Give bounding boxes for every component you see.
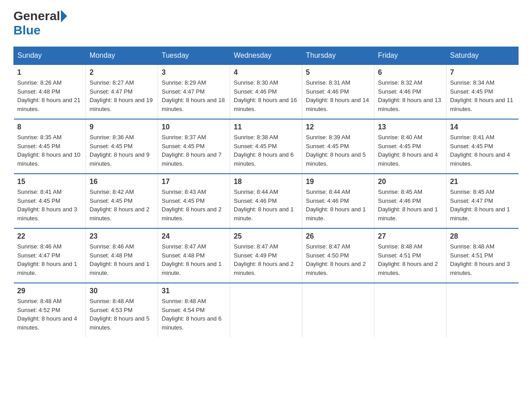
logo-triangle-icon (61, 10, 67, 22)
day-number: 30 (90, 287, 154, 295)
calendar-cell: 27 Sunrise: 8:48 AMSunset: 4:51 PMDaylig… (374, 228, 446, 283)
calendar-cell: 20 Sunrise: 8:45 AMSunset: 4:46 PMDaylig… (374, 174, 446, 228)
day-number: 6 (378, 68, 442, 77)
header-monday: Monday (86, 47, 158, 65)
day-info: Sunrise: 8:31 AMSunset: 4:46 PMDaylight:… (306, 78, 370, 113)
day-number: 15 (17, 178, 82, 186)
day-number: 1 (17, 68, 82, 77)
day-number: 23 (90, 232, 154, 240)
calendar-cell: 4 Sunrise: 8:30 AMSunset: 4:46 PMDayligh… (230, 64, 302, 119)
logo: General Blue (13, 9, 68, 38)
day-info: Sunrise: 8:47 AMSunset: 4:48 PMDaylight:… (162, 242, 226, 277)
day-info: Sunrise: 8:35 AMSunset: 4:45 PMDaylight:… (17, 133, 82, 168)
calendar-cell: 1 Sunrise: 8:26 AMSunset: 4:48 PMDayligh… (14, 64, 86, 119)
day-number: 14 (450, 123, 515, 131)
day-info: Sunrise: 8:29 AMSunset: 4:47 PMDaylight:… (162, 78, 226, 113)
calendar-cell: 17 Sunrise: 8:43 AMSunset: 4:45 PMDaylig… (158, 174, 230, 228)
day-info: Sunrise: 8:48 AMSunset: 4:53 PMDaylight:… (90, 297, 154, 332)
calendar-cell: 26 Sunrise: 8:47 AMSunset: 4:50 PMDaylig… (302, 228, 374, 283)
day-number: 28 (450, 232, 515, 240)
calendar-cell: 9 Sunrise: 8:36 AMSunset: 4:45 PMDayligh… (86, 119, 158, 174)
calendar-cell: 28 Sunrise: 8:48 AMSunset: 4:51 PMDaylig… (446, 228, 519, 283)
day-number: 24 (162, 232, 226, 240)
day-info: Sunrise: 8:46 AMSunset: 4:47 PMDaylight:… (17, 242, 82, 277)
calendar-cell: 31 Sunrise: 8:48 AMSunset: 4:54 PMDaylig… (158, 283, 230, 337)
calendar-cell: 23 Sunrise: 8:46 AMSunset: 4:48 PMDaylig… (86, 228, 158, 283)
day-info: Sunrise: 8:48 AMSunset: 4:52 PMDaylight:… (17, 297, 82, 332)
calendar-week-row: 1 Sunrise: 8:26 AMSunset: 4:48 PMDayligh… (14, 64, 519, 119)
calendar-week-row: 15 Sunrise: 8:41 AMSunset: 4:45 PMDaylig… (14, 174, 519, 228)
day-info: Sunrise: 8:46 AMSunset: 4:48 PMDaylight:… (90, 242, 154, 277)
calendar-cell: 19 Sunrise: 8:44 AMSunset: 4:46 PMDaylig… (302, 174, 374, 228)
day-info: Sunrise: 8:44 AMSunset: 4:46 PMDaylight:… (234, 188, 298, 223)
day-number: 20 (378, 178, 442, 186)
calendar-cell: 15 Sunrise: 8:41 AMSunset: 4:45 PMDaylig… (14, 174, 86, 228)
calendar-week-row: 8 Sunrise: 8:35 AMSunset: 4:45 PMDayligh… (14, 119, 519, 174)
day-number: 27 (378, 232, 442, 240)
calendar-cell: 6 Sunrise: 8:32 AMSunset: 4:46 PMDayligh… (374, 64, 446, 119)
day-info: Sunrise: 8:48 AMSunset: 4:51 PMDaylight:… (450, 242, 515, 277)
header-thursday: Thursday (302, 47, 374, 65)
calendar-cell: 18 Sunrise: 8:44 AMSunset: 4:46 PMDaylig… (230, 174, 302, 228)
day-number: 3 (162, 68, 226, 77)
calendar-cell: 29 Sunrise: 8:48 AMSunset: 4:52 PMDaylig… (14, 283, 86, 337)
header-saturday: Saturday (446, 47, 519, 65)
day-info: Sunrise: 8:27 AMSunset: 4:47 PMDaylight:… (90, 78, 154, 113)
day-number: 19 (306, 178, 370, 186)
header-sunday: Sunday (14, 47, 86, 65)
day-info: Sunrise: 8:41 AMSunset: 4:45 PMDaylight:… (17, 188, 82, 223)
page-header: General Blue (13, 9, 519, 38)
calendar-cell: 14 Sunrise: 8:41 AMSunset: 4:45 PMDaylig… (446, 119, 519, 174)
calendar-cell: 21 Sunrise: 8:45 AMSunset: 4:47 PMDaylig… (446, 174, 519, 228)
calendar-cell: 12 Sunrise: 8:39 AMSunset: 4:45 PMDaylig… (302, 119, 374, 174)
calendar-cell: 5 Sunrise: 8:31 AMSunset: 4:46 PMDayligh… (302, 64, 374, 119)
calendar-cell: 24 Sunrise: 8:47 AMSunset: 4:48 PMDaylig… (158, 228, 230, 283)
day-info: Sunrise: 8:44 AMSunset: 4:46 PMDaylight:… (306, 188, 370, 223)
day-number: 16 (90, 178, 154, 186)
calendar-cell (230, 283, 302, 337)
header-wednesday: Wednesday (230, 47, 302, 65)
day-number: 25 (234, 232, 298, 240)
logo-general-text: General (13, 9, 60, 23)
calendar-cell: 13 Sunrise: 8:40 AMSunset: 4:45 PMDaylig… (374, 119, 446, 174)
calendar-cell: 25 Sunrise: 8:47 AMSunset: 4:49 PMDaylig… (230, 228, 302, 283)
day-info: Sunrise: 8:36 AMSunset: 4:45 PMDaylight:… (90, 133, 154, 168)
calendar-cell: 30 Sunrise: 8:48 AMSunset: 4:53 PMDaylig… (86, 283, 158, 337)
calendar-cell: 10 Sunrise: 8:37 AMSunset: 4:45 PMDaylig… (158, 119, 230, 174)
calendar-cell (302, 283, 374, 337)
day-info: Sunrise: 8:47 AMSunset: 4:50 PMDaylight:… (306, 242, 370, 277)
day-info: Sunrise: 8:42 AMSunset: 4:45 PMDaylight:… (90, 188, 154, 223)
day-info: Sunrise: 8:47 AMSunset: 4:49 PMDaylight:… (234, 242, 298, 277)
day-info: Sunrise: 8:43 AMSunset: 4:45 PMDaylight:… (162, 188, 226, 223)
day-info: Sunrise: 8:45 AMSunset: 4:47 PMDaylight:… (450, 188, 515, 223)
header-tuesday: Tuesday (158, 47, 230, 65)
calendar-week-row: 22 Sunrise: 8:46 AMSunset: 4:47 PMDaylig… (14, 228, 519, 283)
day-info: Sunrise: 8:48 AMSunset: 4:54 PMDaylight:… (162, 297, 226, 332)
day-number: 18 (234, 178, 298, 186)
day-number: 11 (234, 123, 298, 131)
day-info: Sunrise: 8:48 AMSunset: 4:51 PMDaylight:… (378, 242, 442, 277)
calendar-cell (446, 283, 519, 337)
day-number: 17 (162, 178, 226, 186)
day-info: Sunrise: 8:26 AMSunset: 4:48 PMDaylight:… (17, 78, 82, 113)
calendar-cell: 8 Sunrise: 8:35 AMSunset: 4:45 PMDayligh… (14, 119, 86, 174)
day-number: 31 (162, 287, 226, 295)
day-number: 9 (90, 123, 154, 131)
day-info: Sunrise: 8:30 AMSunset: 4:46 PMDaylight:… (234, 78, 298, 113)
calendar-cell: 2 Sunrise: 8:27 AMSunset: 4:47 PMDayligh… (86, 64, 158, 119)
day-number: 22 (17, 232, 82, 240)
day-number: 5 (306, 68, 370, 77)
day-number: 10 (162, 123, 226, 131)
calendar-cell: 3 Sunrise: 8:29 AMSunset: 4:47 PMDayligh… (158, 64, 230, 119)
day-info: Sunrise: 8:37 AMSunset: 4:45 PMDaylight:… (162, 133, 226, 168)
logo-blue-text: Blue (13, 23, 41, 38)
day-number: 21 (450, 178, 515, 186)
day-number: 7 (450, 68, 515, 77)
calendar-cell (374, 283, 446, 337)
calendar-cell: 16 Sunrise: 8:42 AMSunset: 4:45 PMDaylig… (86, 174, 158, 228)
calendar-header-row: SundayMondayTuesdayWednesdayThursdayFrid… (14, 47, 519, 65)
calendar-table: SundayMondayTuesdayWednesdayThursdayFrid… (13, 47, 519, 337)
day-number: 13 (378, 123, 442, 131)
header-friday: Friday (374, 47, 446, 65)
day-number: 2 (90, 68, 154, 77)
